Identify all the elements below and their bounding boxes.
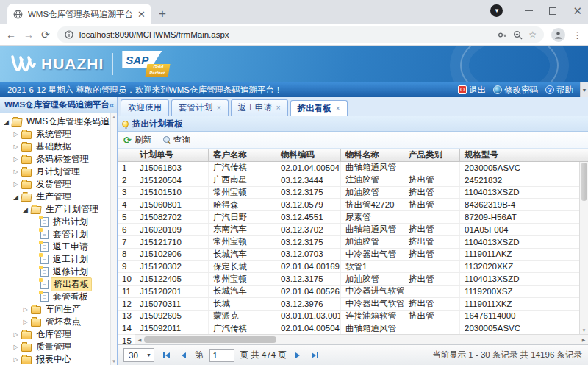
- tree-item-套管计划[interactable]: 套管计划: [0, 228, 117, 241]
- expand-toggle-icon[interactable]: ▷: [12, 344, 19, 350]
- page-number-input[interactable]: [209, 349, 234, 362]
- scroll-up-icon[interactable]: ▲: [111, 113, 117, 121]
- tree-item-车间生产[interactable]: ▷车间生产: [0, 303, 117, 316]
- grid-horizontal-scrollbar[interactable]: ◀ ▶: [135, 334, 588, 344]
- tree-item-仓库管理[interactable]: ▷仓库管理: [0, 328, 117, 341]
- logout-button[interactable]: O退出: [458, 85, 486, 96]
- tree-item-月计划管理[interactable]: ▷月计划管理: [0, 166, 117, 178]
- table-row[interactable]: 1J15061803广汽传祺02.01.04.00504曲轴箱通风管203000…: [118, 162, 579, 174]
- table-row[interactable]: 9J15120302保定长城02.01.04.00169软管11132020XK…: [118, 261, 579, 273]
- url-text[interactable]: localhost:8090/MCHWMS/frmMain.aspx: [79, 30, 492, 39]
- table-row[interactable]: 13J15092605蒙派克03.01.01.03.00152连接油箱软管挤出管…: [118, 311, 579, 323]
- scroll-down-icon[interactable]: ▼: [111, 358, 117, 365]
- table-row[interactable]: 6J16020109东南汽车03.12.3702曲轴箱通风管挤出管01A05F0…: [118, 224, 579, 236]
- column-header-rownum[interactable]: [118, 149, 135, 161]
- hscroll-left-icon[interactable]: ◀: [137, 337, 143, 342]
- tab-close-icon[interactable]: ×: [276, 104, 281, 112]
- expand-toggle-icon[interactable]: ◢: [3, 118, 10, 126]
- forward-icon[interactable]: →: [24, 29, 34, 40]
- address-bar[interactable]: localhost:8090/MCHWMS/frmMain.aspx ☆: [57, 26, 544, 43]
- tree-item-质量管理[interactable]: ▷质量管理: [0, 341, 117, 353]
- column-header[interactable]: 客户名称: [209, 149, 276, 161]
- expand-toggle-icon[interactable]: ▷: [12, 356, 19, 363]
- tab-返工申请[interactable]: 返工申请×: [231, 99, 288, 116]
- expand-toggle-icon[interactable]: ▷: [22, 319, 29, 325]
- hscroll-thumb[interactable]: [144, 336, 276, 343]
- tree-item-基础数据[interactable]: ▷基础数据: [0, 141, 117, 153]
- table-row[interactable]: 8J15102906长城汽车03.12.0703中冷器出气管挤出管1119011…: [118, 249, 579, 261]
- tab-close-icon[interactable]: ×: [217, 104, 221, 112]
- tree-item-管坯盘点[interactable]: ▷管坯盘点: [0, 316, 117, 328]
- query-button[interactable]: 查询: [163, 135, 190, 146]
- sidebar-scrollbar[interactable]: ▲ ▼: [110, 113, 117, 365]
- expand-toggle-icon[interactable]: ▷: [12, 331, 19, 338]
- new-tab-button[interactable]: +: [159, 7, 166, 21]
- zoom-icon[interactable]: [513, 30, 523, 40]
- tree-item-条码标签管理[interactable]: ▷条码标签管理: [0, 153, 117, 166]
- page-scroll-down-icon[interactable]: ▼: [580, 82, 588, 97]
- refresh-button[interactable]: ⟳ 刷新: [123, 135, 151, 146]
- expand-toggle-icon[interactable]: ▷: [12, 156, 19, 163]
- key-icon[interactable]: [498, 30, 507, 40]
- hscroll-right-icon[interactable]: ▶: [581, 337, 587, 342]
- back-icon[interactable]: ←: [6, 29, 16, 40]
- page-size-select[interactable]: 30 ▼: [123, 348, 154, 362]
- tree-item-挤出看板[interactable]: 挤出看板: [0, 278, 117, 291]
- vscroll-thumb[interactable]: [581, 163, 587, 201]
- tree-item-系统管理[interactable]: ▷系统管理: [0, 128, 117, 141]
- tab-套管计划[interactable]: 套管计划×: [171, 99, 229, 116]
- expand-toggle-icon[interactable]: ▷: [12, 131, 19, 138]
- tab-欢迎使用[interactable]: 欢迎使用: [121, 99, 169, 116]
- browser-tab[interactable]: WMS仓库管理条码追溯平台 ✕: [7, 4, 151, 24]
- tree-item-返工申请[interactable]: 返工申请: [0, 241, 117, 253]
- table-row[interactable]: 14J15092011广汽传祺02.01.04.00504曲轴箱通风管20300…: [118, 322, 579, 335]
- vscroll-down-icon[interactable]: ▼: [580, 326, 588, 334]
- expand-toggle-icon[interactable]: ▷: [12, 181, 19, 188]
- sidebar-collapse-icon[interactable]: «: [110, 100, 115, 110]
- reload-icon[interactable]: ⟳: [41, 29, 50, 40]
- browser-update-icon[interactable]: ▼: [490, 4, 503, 17]
- column-header[interactable]: 物料名称: [341, 149, 404, 161]
- tree-item-生产管理[interactable]: ◢生产管理: [0, 191, 117, 203]
- change-password-button[interactable]: 修改密码: [493, 85, 538, 96]
- prev-page-button[interactable]: [179, 352, 189, 358]
- table-row[interactable]: 3J15101510常州宝顿03.12.3175加油胶管挤出管1104013XS…: [118, 187, 579, 199]
- profile-avatar[interactable]: [551, 28, 565, 42]
- minimize-button[interactable]: [525, 10, 533, 12]
- table-row[interactable]: 12J15070311长城03.12.3976中冷器出气软管挤出管1119011…: [118, 298, 579, 311]
- tab-close-icon[interactable]: ✕: [137, 9, 146, 20]
- tree-item-生产计划管理[interactable]: ◢生产计划管理: [0, 203, 117, 216]
- tree-item-WMS仓库管理条码追溯系统[interactable]: ◢WMS仓库管理条码追溯系统: [0, 116, 117, 128]
- expand-toggle-icon[interactable]: ▷: [12, 169, 19, 175]
- tab-close-icon[interactable]: ×: [336, 104, 340, 113]
- help-button[interactable]: ?帮助: [545, 85, 573, 96]
- expand-toggle-icon[interactable]: ▷: [12, 143, 19, 150]
- table-row[interactable]: 2J15120504广西南星03.12.3444注油胶管挤出管24521832: [118, 174, 579, 187]
- grid-vertical-scrollbar[interactable]: ▼: [579, 162, 588, 334]
- next-page-button[interactable]: [293, 352, 303, 358]
- table-row[interactable]: 11J15120201长城汽车02.01.04.00526中冷器进气软管1111…: [118, 286, 579, 298]
- column-header[interactable]: 物料编码: [276, 149, 341, 161]
- tree-item-套管看板[interactable]: 套管看板: [0, 291, 117, 303]
- maximize-button[interactable]: [549, 7, 556, 15]
- expand-toggle-icon[interactable]: ◢: [12, 194, 19, 201]
- browser-menu-icon[interactable]: ⋮: [573, 29, 582, 40]
- bookmark-star-icon[interactable]: ☆: [528, 29, 537, 40]
- table-row[interactable]: 5J15082702广汽日野03.12.4551尿素管87209-H56AT: [118, 211, 579, 224]
- table-row[interactable]: 4J15060801哈得森03.12.0579挤出管42720挤出管843623…: [118, 199, 579, 211]
- tab-挤出看板[interactable]: 挤出看板×: [290, 100, 348, 116]
- table-row[interactable]: 10J15122405常州宝顿03.12.3175加油胶管挤出管1104013X…: [118, 273, 579, 286]
- tree-item-报表中心[interactable]: ▷报表中心: [0, 353, 117, 365]
- expand-toggle-icon[interactable]: ◢: [22, 206, 29, 213]
- table-row[interactable]: 7J15121710常州宝顿03.12.3175加油胶管挤出管1104013XS…: [118, 236, 579, 249]
- tree-item-返工计划[interactable]: 返工计划: [0, 253, 117, 266]
- tree-item-挤出计划[interactable]: 挤出计划: [0, 216, 117, 228]
- info-icon[interactable]: [65, 30, 74, 39]
- tree-item-发货管理[interactable]: ▷发货管理: [0, 178, 117, 191]
- close-button[interactable]: ✕: [573, 7, 582, 15]
- column-header[interactable]: 计划单号: [135, 149, 209, 161]
- tree-item-返修计划[interactable]: 返修计划: [0, 266, 117, 278]
- expand-toggle-icon[interactable]: ▷: [22, 306, 29, 313]
- column-header[interactable]: 产品类别: [404, 149, 460, 161]
- column-header[interactable]: 规格型号: [460, 149, 588, 161]
